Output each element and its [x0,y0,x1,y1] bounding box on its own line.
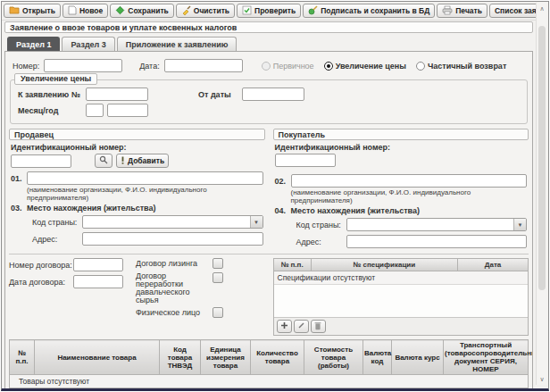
save-icon [115,5,125,17]
radio-partial-return-label: Частичный возврат [428,62,506,71]
trash-icon [314,321,321,332]
application-header-row: Номер: Дата: Первичное Увеличение цены Ч… [12,59,525,72]
buyer-location-label: Место нахождения (жительства) [291,206,421,215]
buyer-title: Покупатель [273,129,529,140]
radio-primary-option[interactable]: Первичное [262,62,314,71]
tab-section-3[interactable]: Раздел 3 [62,37,114,51]
seller-country-select[interactable]: ▼ [82,215,263,229]
buyer-location-row: 04. Место нахождения (жительства) [275,206,528,215]
applications-list-button[interactable]: Список заявлений [489,4,536,18]
magnifier-icon [99,155,108,166]
main-content: Открыть Новое Сохранить Очистить Провери… [2,2,536,388]
pencil-icon [297,321,305,331]
seller-address-label: Адрес: [32,235,79,244]
goods-col-num: № п.п. [10,340,35,375]
spec-empty-row: Спецификации отсутствуют [274,271,529,285]
seller-name-hint: (наименование организации, Ф.И.О. индиви… [27,186,263,202]
buyer-address-row: Адрес: [296,235,528,248]
goods-col-unit: Единица измерения товара [201,340,251,375]
open-button-label: Открыть [22,6,55,15]
contract-number-input[interactable] [73,258,123,271]
tab-appendix[interactable]: Приложение к заявлению [117,37,238,51]
print-button[interactable]: Печать [437,4,488,18]
tolling-row: Договор переработки давальческого сырья [136,272,265,304]
sign-and-save-button[interactable]: Подписать и сохранить в БД [303,4,435,18]
seller-address-row: Адрес: [32,232,263,246]
scroll-up-icon[interactable]: ∧ [537,3,547,14]
seller-name-input[interactable] [27,171,263,185]
chevron-down-icon[interactable]: ▼ [513,219,526,230]
radio-price-increase[interactable] [324,62,333,71]
radio-price-increase-option[interactable]: Увеличение цены [324,62,406,71]
year-input[interactable] [107,104,148,117]
goods-total-currency-rate-cell [392,388,444,389]
check-icon [242,5,252,17]
tab-appendix-label: Приложение к заявлению [126,40,229,49]
open-button[interactable]: Открыть [4,4,61,18]
spec-panel: № п.п. № спецификации Дата Спецификации … [273,258,529,336]
leasing-checkbox[interactable] [212,258,223,269]
from-date-label: От даты [198,90,231,99]
seller-address-input[interactable] [82,232,263,246]
contract-date-input[interactable] [73,275,123,288]
radio-primary[interactable] [262,62,271,71]
scroll-down-icon[interactable]: ∨ [537,373,547,385]
spec-table-header: № п.п. № спецификации Дата [274,259,529,271]
individual-checkbox[interactable] [212,307,223,318]
folder-open-icon [9,5,20,16]
toolbar: Открыть Новое Сохранить Очистить Провери… [2,2,536,21]
sign-and-save-button-label: Подписать и сохранить в БД [321,6,429,15]
save-button[interactable]: Сохранить [110,4,174,18]
seller-add-button[interactable]: Добавить [116,154,169,168]
seller-search-button[interactable] [95,154,112,168]
seller-id-label: Идентификационный номер: [11,143,263,152]
buyer-address-label: Адрес: [296,238,343,246]
seller-name-row: 01. [11,171,263,185]
contract-number-label: Номер договора: [9,261,70,270]
goods-header-row: № п.п. Наименование товара Код товара ТН… [10,340,529,375]
clear-button[interactable]: Очистить [176,4,235,18]
vertical-scrollbar[interactable]: ∧ ∨ [536,3,547,385]
new-button[interactable]: Новое [62,4,108,18]
radio-partial-return-option[interactable]: Частичный возврат [416,62,506,71]
buyer-id-input[interactable] [275,154,336,167]
seller-id-input[interactable] [11,154,71,168]
from-date-input[interactable] [242,88,304,101]
to-application-number-input[interactable] [86,88,148,101]
radio-partial-return[interactable] [416,62,425,71]
application-date-input[interactable] [164,59,243,72]
goods-col-currency-code: Валюта код [363,340,392,375]
application-window: Открыть Новое Сохранить Очистить Провери… [1,1,549,391]
goods-col-cost: Стоимость товара (работы) [304,340,363,375]
goods-total-row: ИТОГО [10,388,529,389]
contract-fields: Номер договора: Дата договора: [9,258,127,336]
leasing-label: Договор лизинга [136,259,205,268]
save-button-label: Сохранить [128,6,169,15]
leasing-row: Договор лизинга [136,258,265,269]
spec-add-button[interactable] [277,320,292,333]
vertical-scroll-thumb[interactable] [538,26,546,290]
radio-price-increase-label: Увеличение цены [336,62,406,71]
seller-panel: Продавец Идентификационный номер: Добави… [9,129,265,248]
seller-country-row: Код страны: ▼ [32,215,263,229]
buyer-name-input[interactable] [291,174,528,188]
goods-col-currency-rate: Валюта курс [392,340,444,375]
applications-list-button-label: Список заявлений [495,6,536,15]
tolling-checkbox[interactable] [212,272,223,283]
seller-country-label: Код страны: [32,218,79,227]
buyer-address-input[interactable] [346,235,528,248]
spec-delete-button[interactable] [311,320,326,333]
tab-section-1[interactable]: Раздел 1 [7,37,60,51]
application-number-input[interactable] [44,59,122,72]
radio-primary-label: Первичное [273,62,314,71]
chevron-down-icon[interactable]: ▼ [250,216,262,228]
goods-total-spacer [10,388,251,389]
verify-button[interactable]: Проверить [237,4,301,18]
date-label: Дата: [139,62,159,71]
spec-edit-button[interactable] [294,320,309,333]
spec-toolbar [274,317,529,335]
buyer-country-select[interactable]: ▼ [346,218,528,231]
month-input[interactable] [86,104,104,117]
seller-location-label: Место нахождения (жительства) [27,204,156,213]
goods-empty-text: Товары отсутствуют [10,375,529,388]
